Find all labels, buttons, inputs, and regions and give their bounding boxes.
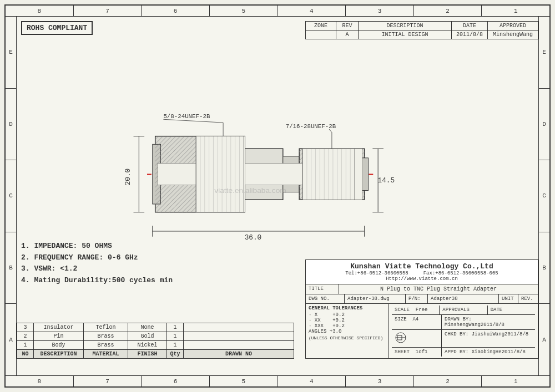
size-row: SIZE A4 DRAWN BY: MinshengWang2011/8/8 bbox=[392, 315, 535, 330]
parts-row-2: 2 Pin Brass Gold 1 bbox=[17, 332, 294, 341]
parts-row-3: 3 Insulator Teflon None 1 bbox=[17, 323, 294, 332]
drawn-cell: DRAWN BY: MinshengWang2011/8/8 bbox=[442, 315, 535, 329]
grid-bot-8: 8 bbox=[6, 376, 74, 386]
parts-table: 3 Insulator Teflon None 1 2 Pin Brass Go… bbox=[17, 323, 294, 359]
grid-letter-b-left: B bbox=[6, 232, 16, 304]
svg-rect-28 bbox=[196, 136, 245, 212]
bottom-title-block: Kunshan Viatte Technology Co.,Ltd Tel:+8… bbox=[305, 259, 538, 359]
parts-header-finish: FINISH bbox=[128, 350, 167, 358]
grid-bot-1: 1 bbox=[482, 376, 549, 386]
part3-mat: Teflon bbox=[84, 323, 128, 332]
svg-text:14.5: 14.5 bbox=[378, 176, 395, 185]
chkd-value: JiashuiWang2011/8/8 bbox=[472, 332, 529, 337]
grid-letter-a-left: A bbox=[6, 304, 16, 375]
tol-x: · X +0.2 bbox=[309, 312, 386, 318]
description-header: DESCRIPTION bbox=[359, 22, 452, 30]
unit-label: UNIT bbox=[499, 294, 518, 303]
part2-qty: 1 bbox=[167, 332, 184, 340]
note-4: 4. Mating Durability:500 cycles min bbox=[21, 275, 173, 287]
part1-desc: Body bbox=[34, 341, 84, 349]
svg-text:7/16-28UNEF-2B: 7/16-28UNEF-2B bbox=[286, 123, 336, 130]
gen-tol-label: GENERAL TOLERANCES bbox=[309, 306, 386, 311]
part3-no: 3 bbox=[17, 323, 34, 332]
grid-top: 8 7 6 5 4 3 2 1 bbox=[6, 6, 549, 17]
pn-value: Adapter38 bbox=[428, 294, 499, 303]
drawn-label: DRAWN BY: bbox=[445, 317, 472, 322]
part1-no: 1 bbox=[17, 341, 34, 349]
note-2: 2. FREQUENCY RANGE: 0-6 GHz bbox=[21, 252, 173, 264]
rev-label-block: REV. bbox=[518, 294, 538, 303]
size-label: SIZE bbox=[395, 317, 407, 322]
revision-block: ZONE REV DESCRIPTION DATE APPROVED A INI… bbox=[305, 21, 538, 39]
grid-bot-2: 2 bbox=[414, 376, 482, 386]
title-value: N Plug to TNC Plug Straight Adapter bbox=[339, 284, 538, 294]
tol-xxx: · XXX +0.2 bbox=[309, 323, 386, 329]
drawing-area: 36.0 20.0 14.5 bbox=[17, 50, 538, 255]
appd-label: APPD BY: bbox=[445, 349, 468, 355]
tolerances-section: GENERAL TOLERANCES · X +0.2 · XX +0.2 · … bbox=[306, 304, 389, 358]
size-value: A4 bbox=[412, 317, 418, 322]
tol-angles: ANGLES +3.0 bbox=[309, 329, 386, 334]
grid-num-4: 4 bbox=[278, 6, 346, 16]
scale-value: Free bbox=[416, 307, 428, 313]
chkd-label: CHKD BY: bbox=[445, 332, 468, 337]
parts-row-1: 1 Body Brass Nickel 1 bbox=[17, 341, 294, 350]
zone-header: ZONE bbox=[306, 22, 336, 30]
approvals-label: APPROVALS bbox=[440, 306, 487, 314]
title-label-row: TITLE N Plug to TNC Plug Straight Adapte… bbox=[306, 284, 538, 294]
scale-row: SCALE Free APPROVALS DATE bbox=[392, 306, 535, 315]
symbol-cell bbox=[392, 330, 442, 347]
svg-text:5/8-24UNEF-2B: 5/8-24UNEF-2B bbox=[163, 113, 210, 120]
parts-header-desc: DESCRIPTION bbox=[34, 350, 84, 358]
appd-value: XiaobingHe2011/8/8 bbox=[472, 349, 526, 355]
company-fax: Fax:+86-0512-36600558-605 bbox=[423, 271, 498, 276]
grid-letter-e-right: E bbox=[539, 17, 549, 89]
sheet-label: SHEET bbox=[395, 349, 410, 355]
description-value: INITIAL DESIGN bbox=[359, 30, 452, 39]
company-header: Kunshan Viatte Technology Co.,Ltd Tel:+8… bbox=[306, 260, 538, 284]
appd-row: SHEET 1of1 APPD BY: XiaobingHe2011/8/8 bbox=[392, 348, 535, 357]
title-label: TITLE bbox=[306, 284, 339, 294]
revision-data-row: A INITIAL DESIGN 2011/8/8 MinshengWang bbox=[306, 30, 538, 39]
grid-left: E D C B A bbox=[6, 17, 17, 375]
svg-rect-41 bbox=[302, 149, 362, 200]
chkd-cell: CHKD BY: JiashuiWang2011/8/8 bbox=[442, 330, 535, 347]
tol-xx: · XX +0.2 bbox=[309, 318, 386, 323]
part2-desc: Pin bbox=[34, 332, 84, 340]
date-value: 2011/8/8 bbox=[452, 30, 488, 39]
grid-letter-b-right: B bbox=[539, 232, 549, 304]
rev-header: REV bbox=[336, 22, 359, 30]
grid-letter-c-right: C bbox=[539, 160, 549, 232]
grid-bottom: 8 7 6 5 4 3 2 1 bbox=[6, 375, 549, 386]
rev-value: A bbox=[336, 30, 359, 39]
part3-qty: 1 bbox=[167, 323, 184, 332]
tolerances-row: GENERAL TOLERANCES · X +0.2 · XX +0.2 · … bbox=[306, 304, 538, 358]
xx-value: +0.2 bbox=[332, 318, 345, 323]
grid-num-1: 1 bbox=[482, 6, 549, 16]
unless-label: (UNLESS OTHERWISE SPECIFIED) bbox=[309, 335, 386, 340]
grid-bot-3: 3 bbox=[346, 376, 414, 386]
x-label: · X bbox=[309, 312, 317, 318]
approved-value: MinshengWang bbox=[488, 30, 538, 39]
svg-text:36.0: 36.0 bbox=[245, 233, 262, 242]
company-name: Kunshan Viatte Technology Co.,Ltd bbox=[308, 262, 536, 271]
part2-drawn bbox=[184, 332, 294, 340]
grid-bot-4: 4 bbox=[278, 376, 346, 386]
grid-num-2: 2 bbox=[414, 6, 482, 16]
scale-approvals-section: SCALE Free APPROVALS DATE SIZE A4 DRAWN … bbox=[389, 304, 538, 358]
date-header: DATE bbox=[452, 22, 488, 30]
date-label2: DATE bbox=[488, 306, 535, 314]
part1-mat: Brass bbox=[84, 341, 128, 349]
parts-header-mat: MATERIAL bbox=[84, 350, 128, 358]
scale-label-cell: SCALE Free bbox=[392, 306, 440, 314]
grid-letter-d-right: D bbox=[539, 89, 549, 161]
grid-letter-c-left: C bbox=[6, 160, 16, 232]
angles-value: +3.0 bbox=[330, 329, 342, 334]
scale-label: SCALE bbox=[395, 307, 410, 313]
connector-svg: 36.0 20.0 14.5 bbox=[17, 50, 538, 255]
grid-num-6: 6 bbox=[142, 6, 210, 16]
grid-letter-a-right: A bbox=[539, 304, 549, 375]
part2-finish: Gold bbox=[128, 332, 167, 340]
dwg-row: DWG NO. Adapter-38.dwg P/N: Adapter38 UN… bbox=[306, 294, 538, 304]
rohs-label: ROHS COMPLIANT bbox=[27, 24, 87, 32]
